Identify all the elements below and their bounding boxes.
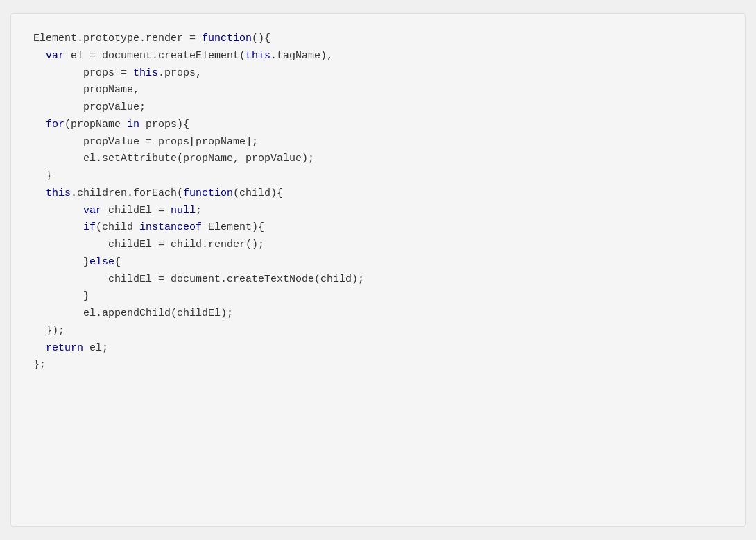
code-token: Element.prototype.render = xyxy=(33,33,202,44)
code-token: childEl = xyxy=(102,205,171,217)
code-line: propName, xyxy=(33,82,723,99)
code-token: Element){ xyxy=(202,221,264,233)
code-token: function xyxy=(202,33,252,44)
code-token: else xyxy=(89,256,114,268)
code-token: el; xyxy=(83,342,108,354)
code-token: var xyxy=(46,50,65,62)
code-token: var xyxy=(83,205,102,217)
code-line: if(child instanceof Element){ xyxy=(33,219,723,237)
code-container: Element.prototype.render = function(){ v… xyxy=(10,13,746,527)
code-line: return el; xyxy=(33,340,723,357)
code-token: childEl = document.createTextNode(child)… xyxy=(33,273,364,285)
code-token: props = xyxy=(33,67,133,79)
code-token: for xyxy=(46,119,65,130)
code-line: propValue; xyxy=(33,99,723,117)
code-line: }); xyxy=(33,323,723,340)
code-token: null xyxy=(171,205,196,217)
code-token: childEl = child.render(); xyxy=(33,239,264,251)
code-token: } xyxy=(33,290,89,302)
code-token: el = document.createElement( xyxy=(65,50,246,62)
code-token: } xyxy=(33,170,52,182)
code-line: for(propName in props){ xyxy=(33,117,723,134)
code-token: if xyxy=(83,221,96,233)
code-token xyxy=(33,205,83,217)
code-token: (){ xyxy=(252,33,270,44)
code-token: propValue; xyxy=(33,101,146,113)
code-line: } xyxy=(33,168,723,185)
code-line: var el = document.createElement(this.tag… xyxy=(33,48,723,65)
code-line: }; xyxy=(33,357,723,374)
code-line: props = this.props, xyxy=(33,65,723,83)
code-token: ; xyxy=(196,205,202,217)
code-token xyxy=(33,119,46,130)
code-line: } xyxy=(33,288,723,305)
code-token: }); xyxy=(33,325,65,337)
code-token: return xyxy=(46,342,83,354)
code-token: in xyxy=(127,119,139,130)
code-token: .tagName), xyxy=(270,50,333,62)
code-line: el.setAttribute(propName, propValue); xyxy=(33,151,723,168)
code-token: this xyxy=(246,50,270,62)
code-token: this xyxy=(133,67,158,79)
code-token: .children.forEach( xyxy=(71,187,183,199)
code-token xyxy=(33,50,46,62)
code-token: .props, xyxy=(158,67,202,79)
code-token: (propName xyxy=(65,119,127,130)
code-token: this xyxy=(46,187,71,199)
code-token: { xyxy=(114,256,121,268)
code-token: props){ xyxy=(139,119,189,130)
code-token: instanceof xyxy=(139,221,202,233)
code-token: el.setAttribute(propName, propValue); xyxy=(33,153,314,164)
code-line: }else{ xyxy=(33,254,723,271)
code-token: function xyxy=(183,187,233,199)
code-token: (child){ xyxy=(233,187,283,199)
code-line: childEl = child.render(); xyxy=(33,237,723,254)
code-line: childEl = document.createTextNode(child)… xyxy=(33,271,723,289)
code-token xyxy=(33,187,46,199)
code-line: el.appendChild(childEl); xyxy=(33,305,723,323)
code-line: this.children.forEach(function(child){ xyxy=(33,185,723,203)
code-token: el.appendChild(childEl); xyxy=(33,307,233,319)
code-token: propValue = props[propName]; xyxy=(33,136,258,148)
code-token: propName, xyxy=(33,84,139,96)
code-token: } xyxy=(33,256,89,268)
code-line: Element.prototype.render = function(){ xyxy=(33,31,723,48)
code-token: }; xyxy=(33,359,46,371)
code-line: propValue = props[propName]; xyxy=(33,134,723,151)
code-line: var childEl = null; xyxy=(33,203,723,220)
code-block: Element.prototype.render = function(){ v… xyxy=(33,31,723,374)
code-token: (child xyxy=(96,221,139,233)
code-token xyxy=(33,221,83,233)
code-token xyxy=(33,342,46,354)
